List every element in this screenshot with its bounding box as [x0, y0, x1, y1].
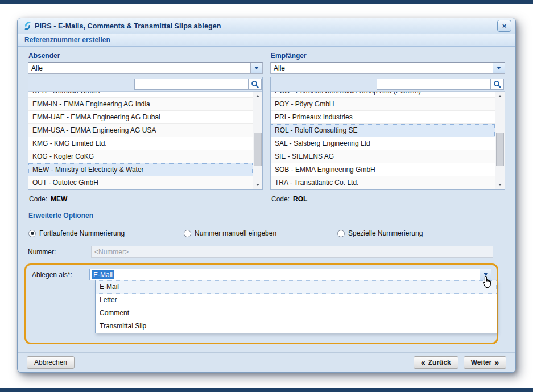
ablegen-dropdown-option[interactable]: E-Mail: [96, 280, 497, 294]
nummer-row: Nummer:: [28, 246, 505, 258]
sender-search-button[interactable]: [248, 79, 262, 90]
recipient-code-value: ROL: [293, 195, 307, 203]
nummer-label: Nummer:: [28, 248, 91, 256]
recipient-filter-chevron-down-icon[interactable]: [493, 63, 505, 73]
sender-scroll-thumb[interactable]: [254, 133, 262, 166]
ablegen-label: Ablegen als*:: [32, 271, 89, 279]
recipient-code-label: Code:: [271, 195, 290, 203]
ablegen-selected-value: E-Mail: [92, 270, 114, 279]
page-top-bar: [0, 0, 533, 4]
next-double-chevron-icon: »: [494, 358, 499, 366]
scroll-down-icon[interactable]: [253, 180, 262, 189]
recipient-search-input[interactable]: [377, 79, 490, 90]
magnifier-icon: [251, 80, 259, 88]
radio-label: Spezielle Nummerierung: [348, 229, 423, 237]
radio-icon[interactable]: [184, 230, 191, 237]
recipient-list-item[interactable]: ROL - Roloff Consulting SE: [271, 124, 495, 137]
magnifier-icon: [493, 80, 501, 88]
wizard-step-title: Referenznummer erstellen: [18, 34, 515, 47]
numbering-radio-option[interactable]: Nummer manuell eingeben: [184, 229, 337, 237]
sender-panel: Absender Alle: [28, 51, 263, 203]
numbering-radio-group: Fortlaufende Nummerierung Nummer manuell…: [28, 229, 505, 237]
sender-list[interactable]: DER - Derocco GmbHEMM-IN - EMMA Engineer…: [28, 92, 262, 189]
ablegen-chevron-down-icon[interactable]: [480, 269, 491, 280]
sender-list-item[interactable]: EMM-USA - EMMA Engineering AG USA: [28, 124, 253, 137]
recipient-list-item[interactable]: PCG - Petronas Chemicals Group Bhd (PChe…: [271, 92, 495, 98]
radio-icon[interactable]: [337, 230, 345, 237]
sender-list-item[interactable]: EMM-UAE - EMMA Engineering AG Dubai: [28, 111, 253, 124]
numbering-radio-option[interactable]: Spezielle Nummerierung: [337, 229, 423, 237]
sender-filter-chevron-down-icon[interactable]: [250, 63, 262, 73]
sender-code-value: MEW: [51, 195, 67, 203]
scroll-up-icon[interactable]: [253, 92, 262, 101]
recipient-filter-combobox[interactable]: Alle: [270, 62, 505, 74]
sender-filter-value: Alle: [28, 64, 250, 72]
recipient-scrollbar[interactable]: [495, 92, 505, 189]
sender-label: Absender: [28, 52, 263, 60]
scroll-down-icon[interactable]: [495, 180, 505, 189]
wizard-step-label: Referenznummer erstellen: [24, 36, 110, 44]
sender-search-input[interactable]: [134, 79, 248, 90]
recipient-list-item[interactable]: SAL - Salsberg Engineering Ltd: [271, 137, 495, 150]
next-button[interactable]: Weiter »: [464, 356, 506, 369]
dialog-content: Absender Alle: [18, 47, 515, 344]
sender-listbox: DER - Derocco GmbHEMM-IN - EMMA Engineer…: [28, 77, 263, 190]
recipient-list[interactable]: PCG - Petronas Chemicals Group Bhd (PChe…: [271, 92, 505, 189]
sender-list-item[interactable]: MEW - Ministry of Electricity & Water: [28, 163, 253, 176]
advanced-options-heading: Erweiterte Optionen: [28, 212, 505, 220]
sender-list-item[interactable]: KMG - KMG Limited Ltd.: [28, 137, 253, 150]
recipient-list-item[interactable]: SOB - EMMA Engineering GmbH: [271, 163, 495, 176]
recipient-listbox: PCG - Petronas Chemicals Group Bhd (PChe…: [270, 77, 505, 190]
recipient-list-item[interactable]: PRI - Primeaux Industries: [271, 111, 495, 124]
cancel-label: Abbrechen: [34, 358, 67, 366]
recipient-list-items: PCG - Petronas Chemicals Group Bhd (PChe…: [271, 92, 495, 189]
sender-search-toolbar: [28, 77, 262, 92]
back-double-chevron-icon: «: [421, 358, 425, 366]
ablegen-dropdown-option[interactable]: Letter: [96, 294, 497, 307]
close-icon[interactable]: ×: [497, 20, 511, 32]
sender-scrollbar[interactable]: [253, 92, 262, 189]
sender-list-item[interactable]: OUT - Outotec GmbH: [28, 176, 253, 189]
cancel-button[interactable]: Abbrechen: [27, 356, 75, 369]
recipient-list-item[interactable]: POY - Pöyry GmbH: [271, 98, 495, 111]
ablegen-row: Ablegen als*: E-Mail: [32, 269, 497, 280]
ablegen-dropdown-list: E-MailLetterCommentTransmittal Slip: [95, 280, 497, 333]
titlebar[interactable]: PIRS - E-Mails, Comments & Transmittal S…: [18, 18, 515, 34]
numbering-radio-option[interactable]: Fortlaufende Nummerierung: [28, 229, 184, 237]
recipient-code-row: Code:ROL: [271, 195, 505, 203]
radio-label: Fortlaufende Nummerierung: [39, 229, 125, 237]
recipient-scroll-thumb[interactable]: [496, 133, 504, 166]
page-bottom-bar: [0, 388, 533, 392]
pirs-logo-icon: [23, 21, 32, 31]
radio-icon[interactable]: [28, 230, 36, 237]
ablegen-combobox[interactable]: E-Mail: [89, 269, 491, 280]
nummer-input[interactable]: [91, 246, 493, 258]
sender-list-items: DER - Derocco GmbHEMM-IN - EMMA Engineer…: [28, 92, 253, 189]
recipient-search-button[interactable]: [490, 79, 504, 90]
sender-code-row: Code:MEW: [29, 195, 263, 203]
recipient-list-item[interactable]: SIE - SIEMENS AG: [271, 150, 495, 163]
recipient-panel: Empfänger Alle: [270, 51, 505, 203]
ablegen-dropdown-option[interactable]: Comment: [96, 307, 497, 320]
next-label: Weiter: [471, 358, 491, 366]
recipient-search-toolbar: [271, 77, 505, 92]
window-title: PIRS - E-Mails, Comments & Transmittal S…: [35, 22, 221, 30]
sender-list-item[interactable]: EMM-IN - EMMA Engineering AG India: [28, 98, 253, 111]
footer-toolbar: Abbrechen « Zurück Weiter »: [18, 352, 515, 372]
ablegen-dropdown-option[interactable]: Transmittal Slip: [96, 320, 497, 333]
recipient-filter-value: Alle: [271, 64, 493, 72]
sender-list-item[interactable]: DER - Derocco GmbH: [28, 92, 253, 98]
sender-list-item[interactable]: KOG - Kogler CoKG: [28, 150, 253, 163]
back-button[interactable]: « Zurück: [414, 356, 458, 369]
radio-label: Nummer manuell eingeben: [195, 229, 276, 237]
sender-code-label: Code:: [29, 195, 47, 203]
back-label: Zurück: [428, 358, 451, 366]
scroll-up-icon[interactable]: [495, 92, 505, 101]
highlight-box: Ablegen als*: E-Mail E-MailLetterComment…: [24, 263, 498, 344]
dialog: PIRS - E-Mails, Comments & Transmittal S…: [17, 18, 516, 373]
recipient-label: Empfänger: [271, 52, 505, 60]
sender-filter-combobox[interactable]: Alle: [28, 62, 263, 74]
recipient-list-item[interactable]: TRA - Transatlantic Co. Ltd.: [271, 176, 495, 189]
